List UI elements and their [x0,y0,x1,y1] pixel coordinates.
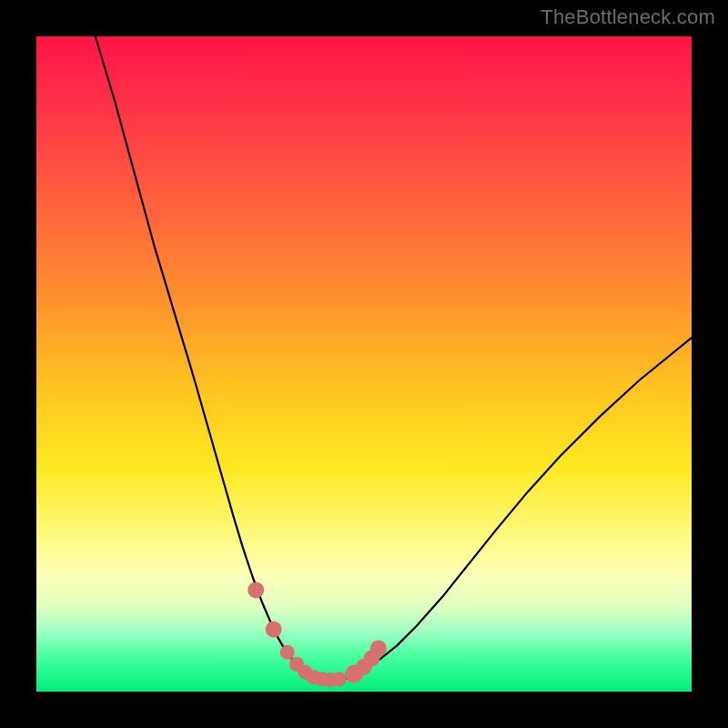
curve-svg [36,36,692,692]
floor-marker [332,672,347,686]
floor-marker [266,622,282,638]
plot-area [36,36,692,692]
bottleneck-curve [96,36,692,682]
floor-marker [370,640,387,656]
floor-marker [280,645,295,660]
floor-marker-group [248,581,387,687]
floor-marker [248,581,264,598]
watermark-text: TheBottleneck.com [541,5,715,29]
chart-frame: TheBottleneck.com [0,0,728,728]
